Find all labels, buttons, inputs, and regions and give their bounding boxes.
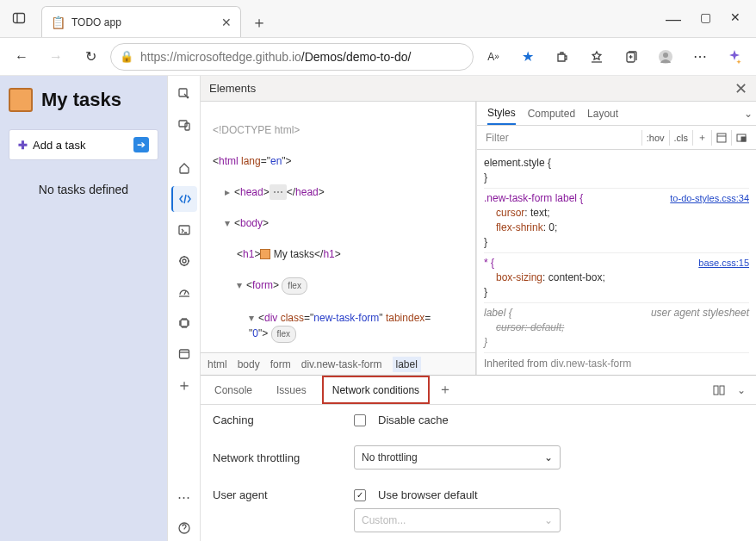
svg-rect-0: [14, 14, 25, 23]
styles-tabs: Styles Computed Layout ⌄: [477, 102, 756, 126]
more-tools-icon[interactable]: ⋯: [171, 484, 197, 510]
dom-node[interactable]: ▾<body>: [213, 215, 472, 231]
dom-node[interactable]: ▾<form> flex: [213, 277, 472, 295]
close-devtools-icon[interactable]: ✕: [734, 79, 747, 98]
elements-icon[interactable]: [171, 186, 197, 212]
tab-layout[interactable]: Layout: [587, 108, 618, 120]
back-button[interactable]: ←: [7, 42, 36, 72]
add-drawer-tab-icon[interactable]: ＋: [438, 381, 452, 399]
lock-icon: 🔒: [120, 50, 133, 63]
ua-default-checkbox[interactable]: ✓: [354, 489, 366, 501]
tab-actions-icon[interactable]: [0, 0, 38, 37]
empty-state: No tasks defined: [9, 177, 158, 196]
inspect-icon[interactable]: [171, 81, 197, 107]
submit-arrow-icon[interactable]: ➔: [133, 137, 149, 152]
extensions-icon[interactable]: [548, 42, 577, 72]
dock-side-icon[interactable]: [713, 385, 725, 395]
browser-toolbar: ← → ↻ 🔒 https://microsoftedge.github.io/…: [0, 38, 756, 76]
welcome-icon[interactable]: [171, 155, 197, 181]
styles-filter-bar: Filter :hov .cls ＋: [477, 126, 756, 150]
chevron-down-icon[interactable]: ⌄: [732, 384, 751, 396]
copilot-icon[interactable]: [720, 42, 749, 72]
url-path: /Demos/demo-to-do/: [301, 50, 412, 64]
url-host: microsoftedge.github.io: [177, 50, 301, 64]
tab-styles[interactable]: Styles: [487, 102, 516, 125]
svg-rect-24: [720, 386, 724, 395]
window-maximize-icon[interactable]: ▢: [700, 10, 711, 28]
drawer-tabs: Console Issues Network conditions ＋ ⌄: [201, 376, 756, 405]
browser-tab[interactable]: 📋 TODO app ✕: [41, 6, 241, 37]
tab-favicon-icon: 📋: [51, 16, 65, 29]
throttling-label: Network throttling: [213, 451, 342, 464]
help-icon[interactable]: [171, 515, 197, 541]
chevron-down-icon[interactable]: ⌄: [744, 108, 753, 120]
refresh-button[interactable]: ↻: [76, 42, 105, 72]
svg-rect-15: [181, 320, 188, 326]
ua-custom-select: Custom...⌄: [354, 508, 561, 532]
add-task-placeholder: Add a task: [33, 139, 85, 152]
more-icon[interactable]: ⋯: [685, 42, 715, 72]
devtools-activity-bar: ＋ ⋯: [167, 76, 200, 541]
svg-rect-19: [717, 134, 726, 142]
dom-node[interactable]: ▸<head>⋯</head>: [213, 184, 472, 200]
add-tool-icon[interactable]: ＋: [171, 372, 197, 398]
crumb[interactable]: body: [238, 358, 260, 370]
console-icon[interactable]: [171, 217, 197, 243]
dom-breadcrumbs[interactable]: html body form div.new-task-form label: [201, 352, 475, 375]
disable-cache-checkbox[interactable]: [354, 414, 366, 426]
window-close-icon[interactable]: ✕: [730, 10, 741, 28]
ua-default-label: Use browser default: [378, 488, 478, 501]
devtools-drawer: Console Issues Network conditions ＋ ⌄ Ca…: [201, 375, 756, 541]
new-tab-button[interactable]: ＋: [246, 9, 272, 35]
crumb-active[interactable]: label: [393, 357, 421, 372]
tab-close-icon[interactable]: ✕: [221, 16, 232, 29]
throttling-select[interactable]: No throttling⌄: [354, 445, 561, 469]
hov-toggle[interactable]: :hov: [641, 130, 669, 146]
crumb[interactable]: html: [208, 358, 227, 370]
window-minimize-icon[interactable]: —: [666, 10, 681, 28]
tab-computed[interactable]: Computed: [528, 108, 575, 120]
crumb[interactable]: div.new-task-form: [301, 358, 382, 370]
tab-console[interactable]: Console: [206, 376, 261, 404]
dom-node[interactable]: ▾<div class="new-task-form" tabindex= "0…: [213, 310, 472, 343]
page-content: My tasks ✚ Add a task ➔ No tasks defined: [0, 76, 167, 541]
profile-icon[interactable]: [651, 42, 680, 72]
dom-tree[interactable]: <!DOCTYPE html> <html lang="en"> ▸<head>…: [201, 102, 475, 352]
source-link[interactable]: base.css:15: [698, 256, 749, 270]
style-rules[interactable]: element.style { } .new-task-form label {…: [477, 150, 756, 375]
filter-input[interactable]: Filter: [482, 132, 641, 144]
window-titlebar: 📋 TODO app ✕ ＋ — ▢ ✕: [0, 0, 756, 38]
clipboard-icon: [9, 88, 33, 112]
dom-node[interactable]: <html lang="en">: [213, 153, 472, 169]
crumb[interactable]: form: [270, 358, 291, 370]
rendering-icon[interactable]: [731, 130, 751, 146]
flexbox-editor-icon[interactable]: [711, 130, 731, 146]
page-heading: My tasks: [9, 88, 158, 112]
source-link[interactable]: to-do-styles.css:34: [670, 191, 749, 206]
plus-icon: ✚: [18, 139, 28, 152]
favorites-list-icon[interactable]: [582, 42, 611, 72]
tab-issues[interactable]: Issues: [268, 376, 315, 404]
device-toggle-icon[interactable]: [171, 112, 197, 138]
favorite-icon[interactable]: ★: [513, 42, 542, 72]
collections-icon[interactable]: [617, 42, 646, 72]
svg-rect-16: [179, 350, 189, 358]
dom-node[interactable]: <!DOCTYPE html>: [213, 122, 472, 138]
disable-cache-label: Disable cache: [378, 414, 449, 426]
application-icon[interactable]: [171, 341, 197, 367]
tab-network-conditions[interactable]: Network conditions: [322, 376, 430, 404]
tab-title: TODO app: [71, 16, 214, 28]
performance-icon[interactable]: [171, 279, 197, 305]
sources-icon[interactable]: [171, 248, 197, 274]
dom-node[interactable]: <h1> My tasks</h1>: [213, 246, 472, 262]
forward-button: →: [41, 42, 71, 72]
new-rule-icon[interactable]: ＋: [692, 130, 711, 146]
add-task-input[interactable]: ✚ Add a task ➔: [9, 129, 158, 160]
devtools-panel: Elements ✕ <!DOCTYPE html> <html lang="e…: [200, 76, 756, 541]
cls-toggle[interactable]: .cls: [669, 130, 693, 146]
address-bar[interactable]: 🔒 https://microsoftedge.github.io/Demos/…: [110, 43, 474, 71]
devtools-header: Elements ✕: [201, 76, 756, 102]
svg-point-7: [663, 53, 668, 58]
read-aloud-icon[interactable]: A»: [479, 42, 508, 72]
memory-icon[interactable]: [171, 310, 197, 336]
